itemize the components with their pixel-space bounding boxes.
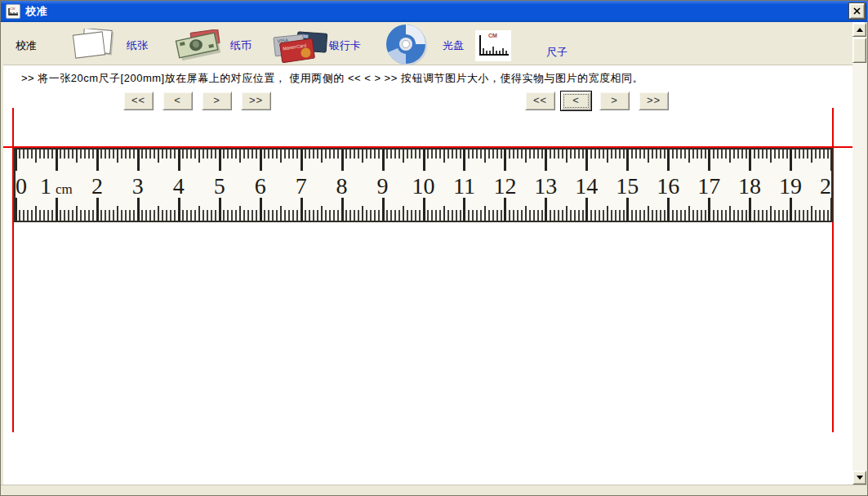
- ruler-tick: [158, 206, 159, 221]
- toolbar-item-banknote[interactable]: 纸币: [230, 38, 251, 53]
- ruler-tick: [830, 198, 833, 221]
- ruler-tick: [463, 198, 465, 221]
- ruler-tick: [223, 150, 225, 159]
- ruler-tick: [80, 150, 82, 159]
- ruler-tick: [292, 150, 294, 159]
- ruler-tick: [194, 150, 196, 159]
- ruler-tick: [329, 150, 331, 159]
- ruler-icon[interactable]: CM: [475, 30, 511, 65]
- ruler-tick: [701, 150, 702, 159]
- ruler-tick: [729, 206, 731, 221]
- ruler-tick: [407, 150, 408, 159]
- ruler-tick: [68, 210, 69, 221]
- ruler-tick: [782, 210, 784, 221]
- right-decrease-fast-button[interactable]: <<: [525, 92, 555, 110]
- titlebar[interactable]: CM 校准: [1, 1, 868, 22]
- ruler-tick: [415, 150, 416, 159]
- ruler-tick: [672, 150, 674, 159]
- vertical-scrollbar[interactable]: [852, 23, 866, 485]
- ruler-tick: [390, 210, 392, 221]
- ruler-tick: [717, 150, 719, 159]
- ruler-tick: [517, 150, 519, 159]
- ruler-tick: [268, 210, 269, 221]
- ruler-tick: [76, 150, 78, 163]
- ruler-tick: [664, 150, 665, 159]
- ruler-tick: [403, 150, 404, 163]
- ruler-tick: [431, 210, 433, 221]
- ruler-tick: [635, 150, 637, 159]
- ruler-tick: [321, 150, 323, 163]
- toolbar-item-calibrate[interactable]: 校准: [16, 38, 37, 53]
- ruler-tick: [501, 210, 502, 221]
- ruler-tick: [521, 150, 523, 159]
- ruler-tick: [558, 150, 559, 159]
- ruler-tick: [558, 210, 559, 221]
- ruler-number: 9: [377, 175, 389, 198]
- toolbar-item-paper[interactable]: 纸张: [127, 38, 148, 53]
- left-decrease-button[interactable]: <: [162, 92, 193, 110]
- ruler-tick: [145, 150, 147, 159]
- ruler-tick: [717, 210, 719, 221]
- ruler-tick: [51, 150, 53, 159]
- toolbar-item-cd[interactable]: 光盘: [443, 38, 464, 53]
- money-icon[interactable]: [173, 29, 222, 65]
- ruler-tick: [713, 150, 714, 159]
- ruler-tick: [762, 150, 763, 159]
- ruler-tick: [513, 210, 514, 221]
- ruler-tick: [688, 150, 690, 163]
- ruler-tick: [394, 210, 396, 221]
- left-decrease-fast-button[interactable]: <<: [123, 92, 154, 110]
- ruler-tick: [774, 150, 776, 159]
- ruler-tick: [149, 150, 151, 159]
- ruler-tick: [141, 150, 143, 159]
- ruler-tick: [198, 150, 200, 163]
- ruler-tick: [472, 150, 474, 159]
- ruler-tick: [585, 198, 588, 221]
- ruler-tick: [480, 150, 482, 159]
- cd-icon[interactable]: [383, 24, 434, 69]
- ruler-tick: [341, 150, 344, 171]
- left-increase-button[interactable]: >: [202, 92, 232, 110]
- ruler-tick: [537, 210, 539, 221]
- toolbar-item-ruler[interactable]: 尺子: [546, 45, 568, 60]
- ruler-tick: [815, 150, 817, 159]
- ruler-tick: [684, 210, 686, 221]
- ruler-tick: [260, 198, 262, 221]
- ruler-number: 3: [132, 175, 144, 198]
- ruler-tick: [198, 206, 200, 221]
- ruler-tick: [170, 150, 171, 159]
- ruler-tick: [766, 150, 768, 159]
- ruler-tick: [174, 210, 176, 221]
- ruler-tick: [782, 150, 784, 159]
- ruler-tick: [439, 210, 441, 221]
- close-button[interactable]: [849, 3, 865, 19]
- ruler-tick: [574, 210, 576, 221]
- right-increase-button[interactable]: >: [599, 92, 630, 110]
- scroll-down-button[interactable]: [852, 471, 866, 485]
- ruler-tick: [656, 150, 657, 159]
- ruler-tick: [117, 206, 118, 221]
- ruler-tick: [386, 210, 388, 221]
- ruler-tick: [823, 150, 825, 159]
- right-decrease-button[interactable]: <: [561, 92, 591, 110]
- ruler-tick: [382, 198, 385, 221]
- right-increase-fast-button[interactable]: >>: [639, 92, 669, 110]
- ruler-tick: [468, 210, 470, 221]
- ruler-tick: [300, 150, 303, 171]
- ruler-tick: [92, 150, 94, 159]
- ruler-tick: [680, 210, 682, 221]
- ruler-tick: [398, 210, 400, 221]
- scroll-up-button[interactable]: [852, 23, 866, 37]
- ruler-tick: [631, 150, 633, 159]
- ruler-unit-label: cm: [56, 181, 73, 197]
- svg-text:CM: CM: [10, 7, 15, 11]
- left-increase-fast-button[interactable]: >>: [241, 92, 271, 110]
- ruler-tick: [243, 150, 245, 159]
- scrollbar-thumb[interactable]: [852, 38, 866, 63]
- toolbar-item-bank-card[interactable]: 银行卡: [329, 38, 361, 53]
- ruler-tick: [435, 150, 437, 159]
- bank-card-icon[interactable]: VISA MasterCard: [273, 31, 328, 67]
- ruler-tick: [529, 210, 531, 221]
- paper-icon[interactable]: [72, 29, 118, 65]
- ruler-tick: [795, 210, 796, 221]
